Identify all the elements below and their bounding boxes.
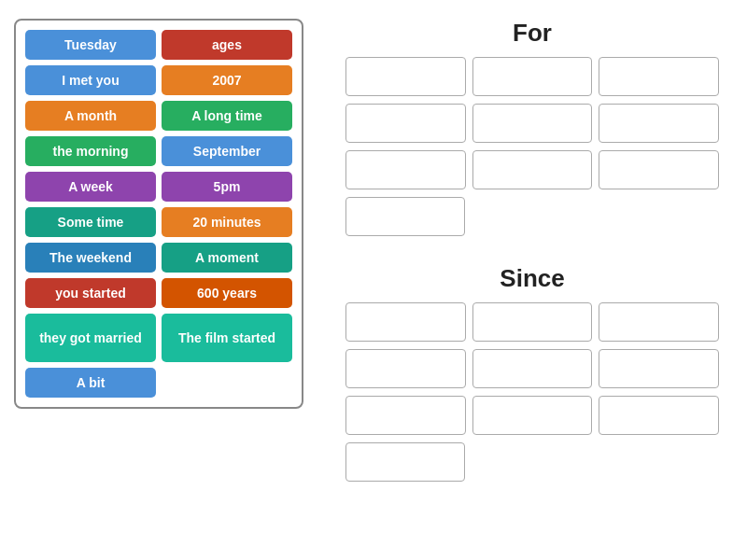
since-row-2 [345,349,719,388]
word-chip-600-years[interactable]: 600 years [162,278,292,308]
drop-box[interactable] [599,104,719,143]
drop-box[interactable] [599,57,719,96]
for-title: For [345,19,719,48]
word-chip-the-weekend[interactable]: The weekend [25,243,156,273]
for-row-2 [345,104,719,143]
drop-box[interactable] [345,349,466,388]
drop-box[interactable] [345,396,466,435]
drop-box[interactable] [472,57,593,96]
word-chip-ages[interactable]: ages [162,30,292,60]
word-chip-a-month[interactable]: A month [25,101,156,131]
word-chip-5pm[interactable]: 5pm [162,172,292,202]
word-chip-a-long-time[interactable]: A long time [162,101,292,131]
word-chip-film-started[interactable]: The film started [162,314,292,362]
word-chip-they-got[interactable]: they got married [25,314,156,362]
since-row-1 [345,302,719,342]
since-row-3 [345,396,719,435]
word-chip-2007[interactable]: 2007 [162,65,292,95]
word-chip-some-time[interactable]: Some time [25,207,156,237]
since-title: Since [345,264,719,293]
word-chip-tuesday[interactable]: Tuesday [25,30,156,60]
drop-box[interactable] [345,57,466,96]
drop-box[interactable] [472,150,593,189]
drop-box-extra-for[interactable] [345,197,465,236]
word-chip-a-bit[interactable]: A bit [25,368,156,398]
drop-box[interactable] [345,150,466,189]
word-chip-i-met-you[interactable]: I met you [25,65,156,95]
word-chip-grid: TuesdayagesI met you2007A monthA long ti… [14,19,303,409]
drop-box[interactable] [599,396,719,435]
word-chip-a-week[interactable]: A week [25,172,156,202]
drop-box[interactable] [599,349,719,388]
right-panel: For Since [317,0,747,560]
word-chip-the-morning[interactable]: the morning [25,136,156,166]
word-chip-a-moment[interactable]: A moment [162,243,292,273]
drop-box[interactable] [472,302,593,342]
for-row-3 [345,150,719,189]
word-chip-you-started[interactable]: you started [25,278,156,308]
drop-box[interactable] [472,104,593,143]
word-chip-20-minutes[interactable]: 20 minutes [162,207,292,237]
word-chip-september[interactable]: September [162,136,292,166]
drop-box-extra-since[interactable] [345,442,465,482]
drop-box[interactable] [599,302,719,342]
since-section: Since [345,264,719,497]
drop-box[interactable] [345,302,466,342]
left-panel: TuesdayagesI met you2007A monthA long ti… [0,0,317,560]
drop-box[interactable] [599,150,719,189]
for-row-1 [345,57,719,96]
drop-box[interactable] [472,396,593,435]
drop-box[interactable] [345,104,466,143]
drop-box[interactable] [472,349,593,388]
